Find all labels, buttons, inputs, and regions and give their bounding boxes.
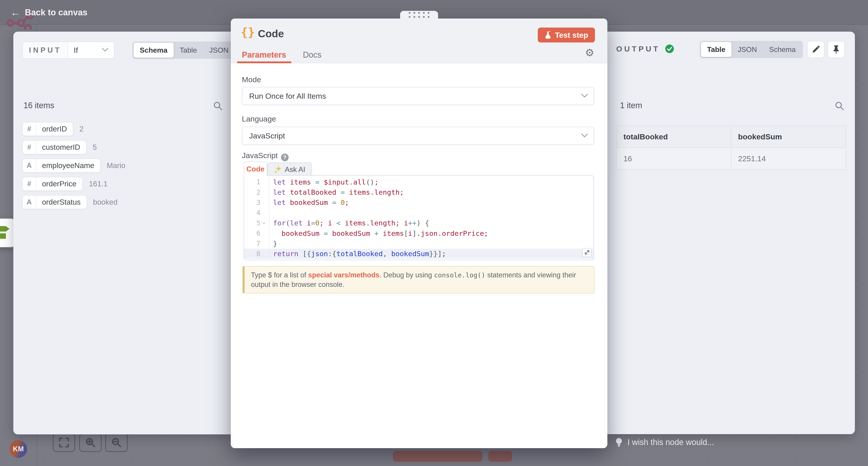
zoom-out-button[interactable] bbox=[105, 433, 128, 452]
output-table: totalBookedbookedSum 162251.14 bbox=[616, 126, 846, 170]
mode-value: Run Once for All Items bbox=[242, 92, 581, 101]
code-editor[interactable]: 1›let items = $input.all();2›let totalBo… bbox=[244, 175, 594, 260]
code-line-6[interactable]: 6› bookedSum = bookedSum + items[i].json… bbox=[244, 228, 594, 238]
field-type-icon: # bbox=[23, 123, 36, 136]
code-line-8[interactable]: 8›return [{json:{totalBooked, bookedSum}… bbox=[244, 249, 594, 259]
schema-field-customerID: #customerID5 bbox=[22, 140, 125, 154]
code-line-3[interactable]: 3›let bookedSum = 0; bbox=[244, 197, 594, 208]
user-avatar[interactable]: KM bbox=[9, 440, 27, 458]
field-name: orderStatus bbox=[36, 196, 87, 209]
zoom-in-button[interactable] bbox=[79, 433, 102, 452]
line-number: 5› bbox=[244, 218, 270, 228]
editor-hint: Type $ for a list of special vars/method… bbox=[243, 266, 594, 293]
input-items-count: 16 items bbox=[24, 101, 54, 110]
input-source-selector[interactable]: INPUT If bbox=[22, 41, 114, 59]
schema-field-pill[interactable]: #orderID bbox=[22, 122, 73, 136]
field-name: employeeName bbox=[36, 159, 100, 172]
dimmed-test-workflow-button bbox=[393, 451, 483, 462]
input-schema-list: #orderID2#customerID5AemployeeNameMario#… bbox=[22, 122, 125, 209]
avatar-initials: KM bbox=[13, 445, 24, 453]
output-table-row: 162251.14 bbox=[616, 148, 846, 170]
input-view-tab-json[interactable]: JSON bbox=[203, 43, 235, 58]
test-step-button[interactable]: Test step bbox=[538, 28, 595, 42]
line-number: 7› bbox=[244, 238, 270, 248]
node-title[interactable]: Code bbox=[258, 28, 284, 40]
node-feedback-link[interactable]: I wish this node would... bbox=[615, 437, 714, 447]
code-text: bookedSum = bookedSum + items[i].json.or… bbox=[270, 229, 488, 237]
code-node-icon: {} bbox=[241, 25, 255, 39]
modal-drag-handle[interactable] bbox=[400, 11, 438, 19]
editor-tab-code[interactable]: Code bbox=[244, 162, 267, 176]
input-view-tab-schema[interactable]: Schema bbox=[133, 43, 174, 58]
test-step-label: Test step bbox=[555, 31, 588, 39]
chevron-down-icon bbox=[102, 48, 108, 53]
output-view-tab-table[interactable]: Table bbox=[701, 42, 732, 57]
schema-field-pill[interactable]: #customerID bbox=[22, 140, 87, 154]
output-search-icon[interactable] bbox=[835, 101, 844, 111]
code-line-2[interactable]: 2›let totalBooked = items.length; bbox=[244, 187, 594, 197]
field-value: Mario bbox=[107, 161, 125, 170]
schema-field-pill[interactable]: AorderStatus bbox=[22, 195, 87, 209]
help-icon[interactable]: ? bbox=[281, 154, 289, 161]
tab-docs[interactable]: Docs bbox=[303, 50, 321, 60]
field-type-icon: A bbox=[23, 159, 36, 172]
code-line-4[interactable]: 4› bbox=[244, 208, 594, 218]
line-number: 3› bbox=[244, 197, 270, 208]
code-line-7[interactable]: 7›} bbox=[244, 238, 594, 248]
hint-text: Type $ for a list of bbox=[251, 271, 308, 279]
code-lines: 1›let items = $input.all();2›let totalBo… bbox=[244, 176, 594, 259]
lightbulb-icon bbox=[615, 437, 622, 447]
schema-field-orderStatus: AorderStatusbooked bbox=[22, 195, 125, 209]
input-search-icon[interactable] bbox=[213, 101, 223, 111]
success-check-icon bbox=[665, 44, 674, 53]
fold-chevron-icon[interactable]: › bbox=[261, 221, 268, 226]
back-arrow-icon: ← bbox=[10, 7, 20, 18]
output-panel-label: OUTPUT bbox=[616, 44, 660, 53]
tab-parameters[interactable]: Parameters bbox=[242, 50, 286, 60]
pin-icon bbox=[832, 45, 840, 54]
code-text: return [{json:{totalBooked, bookedSum}}]… bbox=[270, 249, 446, 258]
output-column-bookedSum: bookedSum bbox=[731, 126, 846, 148]
field-value: 2 bbox=[79, 125, 84, 133]
field-value: 5 bbox=[93, 143, 97, 152]
edit-output-button[interactable] bbox=[807, 41, 825, 58]
special-vars-link[interactable]: special vars/methods bbox=[308, 271, 379, 279]
output-view-tab-json[interactable]: JSON bbox=[732, 42, 763, 57]
schema-field-pill[interactable]: AemployeeName bbox=[22, 159, 101, 173]
language-select[interactable]: JavaScript bbox=[242, 127, 594, 145]
expand-editor-button[interactable] bbox=[582, 248, 591, 257]
line-number: 8› bbox=[244, 249, 270, 259]
input-view-tabs: SchemaTableJSON bbox=[132, 41, 236, 59]
output-cell: 16 bbox=[616, 148, 731, 170]
output-items-count: 1 item bbox=[620, 101, 642, 110]
line-number: 6› bbox=[244, 228, 270, 238]
input-source-value: If bbox=[68, 46, 102, 55]
node-header: {} Code Test step Parameters Docs ⚙ bbox=[231, 19, 608, 63]
back-to-canvas-button[interactable]: ← Back to canvas bbox=[10, 0, 88, 25]
language-value: JavaScript bbox=[242, 131, 581, 140]
node-detail-modal: {} Code Test step Parameters Docs ⚙ Mode… bbox=[231, 19, 608, 448]
node-settings-gear-icon[interactable]: ⚙ bbox=[585, 47, 594, 58]
if-node-icon bbox=[0, 222, 12, 244]
pin-output-button[interactable] bbox=[828, 41, 845, 58]
output-view-tab-schema[interactable]: Schema bbox=[763, 42, 802, 57]
drag-dots-icon bbox=[409, 12, 430, 18]
zoom-to-fit-button[interactable] bbox=[53, 433, 75, 452]
schema-field-employeeName: AemployeeNameMario bbox=[22, 159, 125, 173]
schema-field-pill[interactable]: #orderPrice bbox=[22, 177, 83, 191]
mode-select[interactable]: Run Once for All Items bbox=[242, 87, 594, 105]
chevron-down-icon bbox=[581, 94, 588, 99]
code-text: let bookedSum = 0; bbox=[270, 198, 349, 206]
sparkles-icon bbox=[274, 166, 282, 174]
zoom-out-icon bbox=[111, 437, 122, 448]
field-type-icon: A bbox=[23, 196, 36, 209]
line-number: 2› bbox=[244, 187, 270, 197]
output-cell: 2251.14 bbox=[731, 148, 846, 170]
dimmed-canvas-button bbox=[488, 451, 512, 462]
code-line-1[interactable]: 1›let items = $input.all(); bbox=[244, 177, 594, 187]
editor-tab-ask-ai[interactable]: Ask AI bbox=[267, 162, 312, 176]
code-line-5[interactable]: 5›for(let i=0; i < items.length; i++) { bbox=[244, 218, 594, 228]
language-label: Language bbox=[242, 114, 276, 123]
field-value: booked bbox=[93, 198, 118, 206]
input-view-tab-table[interactable]: Table bbox=[174, 43, 203, 58]
